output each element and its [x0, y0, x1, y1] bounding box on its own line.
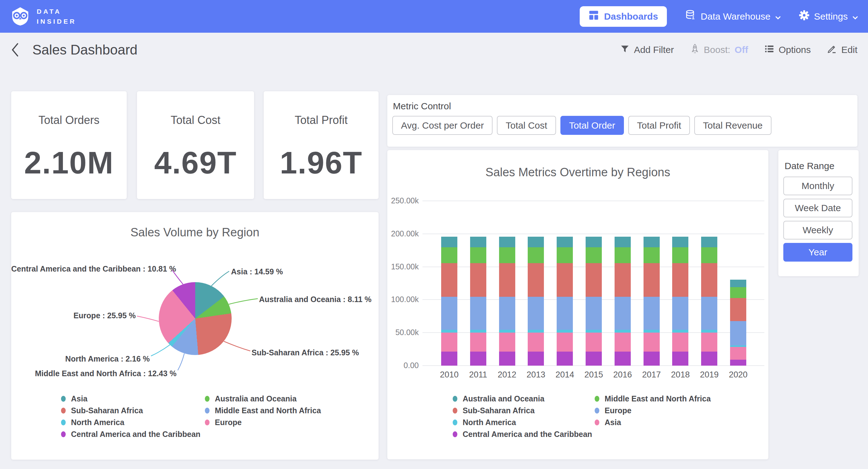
legend-dot [595, 396, 599, 402]
legend-label: Europe [604, 406, 631, 415]
x-axis-tick: 2010 [435, 370, 463, 380]
legend-dot [61, 396, 66, 402]
bar-segment-australia-and-oceania [586, 237, 602, 247]
bar-2014[interactable] [557, 150, 573, 365]
legend-item-sub-saharan-africa[interactable]: Sub-Saharan Africa [453, 406, 592, 415]
bar-segment-sub-saharan-africa [730, 298, 746, 321]
bar-segment-sub-saharan-africa [586, 263, 602, 297]
bar-segment-central-america-and-the-caribbean [730, 360, 746, 365]
bar-2010[interactable] [441, 150, 457, 365]
pie-chart[interactable] [159, 282, 231, 355]
bar-2017[interactable] [644, 150, 660, 365]
legend-item-europe[interactable]: Europe [595, 406, 711, 415]
date-range-button-week-date[interactable]: Week Date [783, 199, 852, 217]
metric-button-total-revenue[interactable]: Total Revenue [694, 116, 772, 135]
date-range-title: Date Range [784, 161, 834, 171]
pie-label-middle-east: Middle East and North Africa : 12.43 % [11, 369, 177, 378]
legend-dot [595, 408, 599, 414]
nav-settings-label: Settings [814, 11, 848, 22]
metric-button-total-order[interactable]: Total Order [560, 116, 624, 135]
bar-segment-asia [644, 332, 660, 351]
legend-label: Central America and the Caribbean [463, 430, 592, 439]
brand-line2: INSIDER [37, 17, 76, 27]
legend-label: Middle East and North Africa [604, 394, 711, 403]
bar-2018[interactable] [672, 150, 688, 365]
legend-dot [205, 419, 210, 426]
legend-item-europe[interactable]: Europe [205, 418, 321, 427]
legend-item-middle-east-and-north-africa[interactable]: Middle East and North Africa [205, 406, 321, 415]
legend-dot [453, 419, 457, 426]
bar-segment-central-america-and-the-caribbean [672, 352, 688, 365]
bar-segment-europe [586, 297, 602, 330]
bar-2019[interactable] [701, 150, 717, 365]
bar-segment-north-america [441, 330, 457, 332]
database-icon [685, 10, 696, 23]
pie-chart-card: Sales Volume by Region Asia : 14.59 % Au… [11, 212, 379, 460]
legend-item-central-america-and-the-caribbean[interactable]: Central America and the Caribbean [61, 430, 200, 439]
bar-2013[interactable] [528, 150, 544, 365]
x-axis-tick: 2013 [522, 370, 550, 380]
brand-text: DATA INSIDER [37, 6, 76, 26]
brand: DATA INSIDER [10, 6, 76, 27]
bar-segment-north-america [499, 330, 515, 332]
bar-2016[interactable] [615, 150, 631, 365]
nav-dashboards[interactable]: Dashboards [580, 6, 666, 27]
legend-dot [61, 408, 66, 414]
bar-segment-central-america-and-the-caribbean [615, 352, 631, 365]
bar-segment-middle-east-and-north-africa [672, 247, 688, 263]
legend-dot [205, 396, 210, 402]
bar-segment-north-america [470, 330, 486, 332]
bar-segment-australia-and-oceania [528, 237, 544, 247]
legend-item-sub-saharan-africa[interactable]: Sub-Saharan Africa [61, 406, 200, 415]
bar-segment-north-america [586, 330, 602, 332]
bar-segment-middle-east-and-north-africa [470, 247, 486, 263]
y-axis-tick: 0.00 [387, 361, 419, 370]
bar-segment-europe [644, 297, 660, 330]
legend-item-middle-east-and-north-africa[interactable]: Middle East and North Africa [595, 394, 711, 403]
brand-line1: DATA [37, 6, 76, 17]
nav-data-warehouse-label: Data Warehouse [701, 11, 771, 22]
bar-2012[interactable] [499, 150, 515, 365]
metric-button-avg-cost-per-order[interactable]: Avg. Cost per Order [392, 116, 493, 135]
legend-item-asia[interactable]: Asia [595, 418, 711, 427]
top-nav: Dashboards Data Warehouse [580, 6, 858, 27]
kpi-value: 4.69T [137, 145, 254, 181]
legend-item-asia[interactable]: Asia [61, 394, 200, 403]
legend-item-australia-and-oceania[interactable]: Australia and Oceania [453, 394, 592, 403]
gear-icon [799, 10, 809, 23]
bar-segment-middle-east-and-north-africa [730, 287, 746, 298]
legend-item-australia-and-oceania[interactable]: Australia and Oceania [205, 394, 321, 403]
bar-segment-sub-saharan-africa [528, 263, 544, 297]
date-range-button-monthly[interactable]: Monthly [783, 177, 852, 195]
date-range-button-weekly[interactable]: Weekly [783, 221, 852, 239]
bar-segment-europe [528, 297, 544, 330]
legend-label: Europe [215, 418, 242, 427]
legend-label: Australia and Oceania [215, 394, 297, 403]
x-axis-tick: 2016 [609, 370, 637, 380]
legend-item-north-america[interactable]: North America [453, 418, 592, 427]
x-axis-tick: 2014 [551, 370, 579, 380]
legend-item-central-america-and-the-caribbean[interactable]: Central America and the Caribbean [453, 430, 592, 439]
bar-segment-europe [730, 321, 746, 345]
bar-2015[interactable] [586, 150, 602, 365]
metric-button-total-profit[interactable]: Total Profit [628, 116, 690, 135]
pie-legend-column-1: AsiaSub-Saharan AfricaNorth AmericaCentr… [61, 394, 200, 441]
nav-data-warehouse[interactable]: Data Warehouse [685, 10, 781, 23]
legend-dot [61, 431, 66, 437]
nav-settings[interactable]: Settings [799, 10, 858, 23]
date-range-button-year[interactable]: Year [783, 243, 852, 262]
bar-segment-central-america-and-the-caribbean [499, 352, 515, 365]
bar-segment-central-america-and-the-caribbean [557, 352, 573, 365]
bar-segment-sub-saharan-africa [701, 263, 717, 297]
kpi-label: Total Orders [11, 114, 127, 127]
legend-item-north-america[interactable]: North America [61, 418, 200, 427]
metric-button-total-cost[interactable]: Total Cost [497, 116, 556, 135]
bar-2011[interactable] [470, 150, 486, 365]
kpi-card-total-cost: Total Cost 4.69T [137, 91, 254, 199]
legend-dot [61, 419, 66, 426]
bar-segment-north-america [701, 330, 717, 332]
bar-segment-australia-and-oceania [441, 237, 457, 247]
bar-segment-central-america-and-the-caribbean [528, 352, 544, 365]
legend-label: Australia and Oceania [463, 394, 545, 403]
bar-2020[interactable] [730, 150, 746, 365]
